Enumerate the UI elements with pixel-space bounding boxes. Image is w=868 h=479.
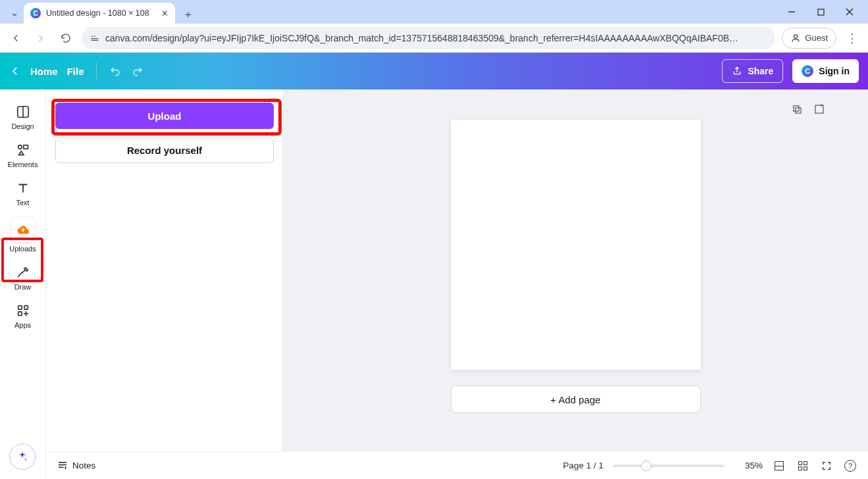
canvas-area: + Add page <box>283 89 868 479</box>
window-controls <box>777 0 868 24</box>
tabs-dropdown-icon[interactable] <box>5 5 24 24</box>
svg-point-5 <box>94 36 95 37</box>
notes-icon <box>57 460 68 472</box>
share-label: Share <box>748 66 773 76</box>
sparkle-icon <box>16 450 29 463</box>
guest-label: Guest <box>805 33 828 43</box>
rail-item-design[interactable]: Design <box>4 100 42 134</box>
new-tab-button[interactable]: ＋ <box>179 5 197 24</box>
browser-tab[interactable]: C Untitled design - 1080 × 108 ✕ <box>24 3 175 24</box>
url-text: canva.com/design/play?ui=eyJFIjp7IkE_Ijo… <box>105 33 738 43</box>
svg-rect-7 <box>91 39 99 40</box>
rail-label: Apps <box>14 321 31 329</box>
canva-logo-icon: C <box>802 65 813 77</box>
tab-close-icon[interactable]: ✕ <box>161 9 168 18</box>
notes-button[interactable]: Notes <box>57 460 95 472</box>
record-yourself-button[interactable]: Record yourself <box>55 137 274 163</box>
file-menu[interactable]: File <box>67 66 84 77</box>
profile-guest-button[interactable]: Guest <box>782 28 836 49</box>
svg-rect-15 <box>18 312 22 316</box>
app-header: Home File Share C Sign in <box>0 53 868 89</box>
svg-point-11 <box>18 145 22 149</box>
app-body: Design Elements Text Uploads Draw Apps 1 <box>0 89 868 479</box>
record-label: Record yourself <box>127 145 202 156</box>
magic-button[interactable] <box>9 443 36 470</box>
undo-icon[interactable] <box>109 64 122 78</box>
url-input[interactable]: canva.com/design/play?ui=eyJFIjp7IkE_Ijo… <box>82 27 775 49</box>
rail-item-uploads[interactable]: Uploads <box>4 214 42 257</box>
rail-label: Draw <box>14 283 32 291</box>
page-view-icon[interactable] <box>772 459 786 473</box>
rail-item-text[interactable]: Text <box>4 176 42 211</box>
duplicate-page-icon[interactable] <box>790 103 804 116</box>
browser-menu-icon[interactable]: ⋮ <box>843 29 861 47</box>
address-bar: canva.com/design/play?ui=eyJFIjp7IkE_Ijo… <box>0 24 868 53</box>
browser-back-icon[interactable] <box>7 29 25 47</box>
tab-strip: C Untitled design - 1080 × 108 ✕ ＋ <box>0 0 868 24</box>
rail-item-elements[interactable]: Elements <box>4 138 42 172</box>
fullscreen-icon[interactable] <box>819 459 834 473</box>
close-window-icon[interactable] <box>835 2 864 22</box>
side-rail: Design Elements Text Uploads Draw Apps 1 <box>0 89 46 479</box>
zoom-thumb[interactable] <box>641 461 651 471</box>
apps-icon <box>15 303 31 318</box>
rail-label: Design <box>11 122 34 130</box>
redo-icon[interactable] <box>131 64 144 78</box>
svg-rect-17 <box>793 106 798 111</box>
svg-point-8 <box>794 34 798 38</box>
rail-label: Text <box>16 199 29 207</box>
uploads-panel: 2 Upload Record yourself <box>46 93 283 474</box>
minimize-icon[interactable] <box>777 2 806 22</box>
svg-rect-6 <box>91 38 99 39</box>
notes-label: Notes <box>72 461 95 470</box>
add-page-button[interactable]: + Add page <box>451 386 701 413</box>
user-icon <box>790 33 801 43</box>
uploads-icon <box>15 222 31 238</box>
svg-point-16 <box>25 459 27 461</box>
upload-label: Upload <box>148 111 182 122</box>
svg-rect-12 <box>23 145 27 149</box>
zoom-slider[interactable] <box>613 465 725 467</box>
signin-button[interactable]: C Sign in <box>792 59 859 83</box>
canva-favicon: C <box>30 8 41 18</box>
home-link[interactable]: Home <box>30 66 58 77</box>
bottom-bar: Notes Page 1 / 1 35% ? <box>46 451 868 479</box>
browser-forward-icon[interactable] <box>32 29 50 47</box>
tab-title: Untitled design - 1080 × 108 <box>46 9 156 18</box>
svg-rect-14 <box>24 306 28 310</box>
rail-item-draw[interactable]: Draw <box>4 261 42 295</box>
rail-item-apps[interactable]: Apps <box>4 299 42 333</box>
help-icon[interactable]: ? <box>843 459 857 473</box>
upload-button[interactable]: Upload <box>55 103 274 129</box>
header-back-icon[interactable] <box>9 65 21 77</box>
svg-rect-13 <box>18 306 22 310</box>
design-icon <box>15 104 31 120</box>
page-toolbar <box>576 103 826 116</box>
maximize-icon[interactable] <box>806 2 835 22</box>
browser-reload-icon[interactable] <box>57 29 75 47</box>
divider <box>96 63 97 80</box>
site-settings-icon[interactable] <box>89 33 100 43</box>
zoom-percent[interactable]: 35% <box>734 461 763 470</box>
elements-icon <box>15 142 31 158</box>
svg-point-4 <box>91 36 93 37</box>
draw-icon <box>15 265 31 280</box>
svg-rect-19 <box>815 105 823 113</box>
add-empty-page-icon[interactable] <box>813 103 826 116</box>
text-icon <box>15 180 31 196</box>
add-page-label: + Add page <box>550 394 600 405</box>
page-indicator[interactable]: Page 1 / 1 <box>563 461 603 470</box>
rail-label: Uploads <box>9 245 36 253</box>
grid-view-icon[interactable] <box>796 459 810 473</box>
svg-rect-1 <box>818 9 824 15</box>
browser-chrome: C Untitled design - 1080 × 108 ✕ ＋ canva… <box>0 0 868 53</box>
signin-label: Sign in <box>819 66 850 76</box>
share-button[interactable]: Share <box>722 59 783 83</box>
rail-label: Elements <box>8 161 38 168</box>
share-icon <box>732 66 742 76</box>
svg-rect-18 <box>795 108 800 113</box>
canvas-page[interactable] <box>451 120 701 370</box>
